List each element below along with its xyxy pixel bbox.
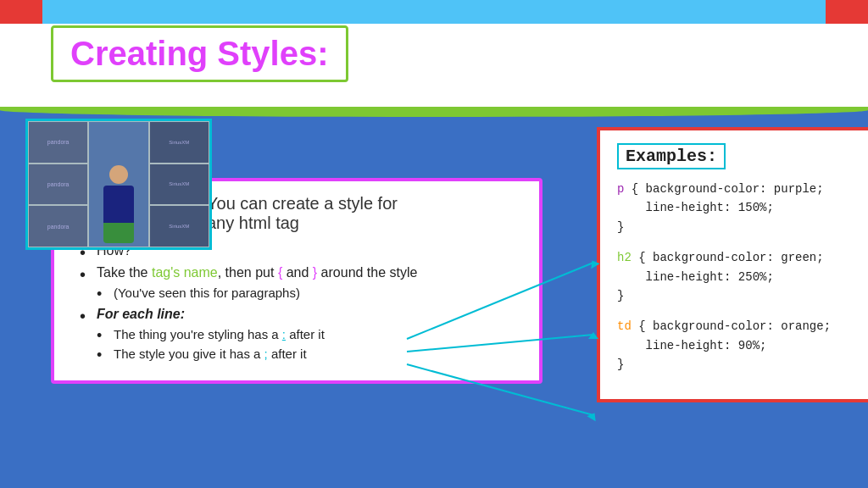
td-selector: td <box>617 319 632 333</box>
main-content-area: pandora SiriusXM pandora SiriusXM pand <box>0 110 868 488</box>
colon-highlight: : <box>282 327 286 341</box>
sub-item-semicolon: The style you give it has a ; after it <box>97 347 522 361</box>
h2-close-brace-text: } <box>617 289 624 302</box>
semicolon-highlight: ; <box>264 347 268 361</box>
colon-text: The thing you're styling has a : after i… <box>114 327 325 341</box>
img-cell-9: SiriusXM <box>149 205 209 247</box>
pandora-label-3: pandora <box>47 224 70 230</box>
bullet-foreach: For each line: The thing you're styling … <box>80 307 522 361</box>
img-cell-6: SiriusXM <box>149 164 209 206</box>
sirius-label-3: SiriusXM <box>169 224 189 229</box>
sub-list-2: The thing you're styling has a : after i… <box>97 327 522 361</box>
p-line-height: line-height: 150%; <box>617 198 851 217</box>
image-grid: pandora SiriusXM pandora SiriusXM pand <box>28 121 209 247</box>
td-open-brace: { background-color: orange; <box>638 319 831 333</box>
td-line-height-text: line-height: 90%; <box>617 339 766 352</box>
p-selector: p <box>617 182 624 196</box>
intro-line1: You can create a style for <box>207 194 398 213</box>
sub-item-colon: The thing you're styling has a : after i… <box>97 327 522 341</box>
examples-header: Examples: <box>617 143 726 169</box>
img-cell-1: pandora <box>28 121 88 164</box>
td-close-brace-text: } <box>617 358 624 371</box>
img-cell-3: SiriusXM <box>149 121 209 164</box>
svg-marker-5 <box>587 410 598 421</box>
intro-text: You can create a style for any html tag <box>207 194 522 233</box>
td-selector-line: td { background-color: orange; <box>617 317 851 336</box>
code-block-p: p { background-color: purple; line-heigh… <box>617 180 851 236</box>
deco-top-bar <box>0 0 868 24</box>
img-cell-center <box>88 121 148 247</box>
foreach-label: For each line: <box>97 307 185 321</box>
h2-selector-line: h2 { background-color: green; <box>617 248 851 267</box>
corner-tr-deco <box>826 0 868 24</box>
title-area: Creating Styles: <box>51 25 348 82</box>
bullet-list: How? Take the tag's name, then put { and… <box>71 243 522 361</box>
close-brace: } <box>313 265 317 280</box>
img-cell-7: pandora <box>28 205 88 247</box>
code-block-td: td { background-color: orange; line-heig… <box>617 317 851 374</box>
person-image-panel: pandora SiriusXM pandora SiriusXM pand <box>25 119 212 250</box>
h2-line-height: line-height: 250%; <box>617 268 851 286</box>
sub-list-1: (You've seen this for paragraphs) <box>97 286 522 300</box>
h2-close-brace: } <box>617 286 851 305</box>
code-block-h2: h2 { background-color: green; line-heigh… <box>617 248 851 305</box>
h2-open-brace: { background-color: green; <box>638 251 823 264</box>
td-line-height: line-height: 90%; <box>617 336 851 355</box>
sub-paragraphs-text: (You've seen this for paragraphs) <box>114 286 300 300</box>
sirius-label: SiriusXM <box>169 140 189 145</box>
open-brace: { <box>278 265 282 280</box>
pandora-label-2: pandora <box>47 181 70 187</box>
img-cell-4: pandora <box>28 164 88 206</box>
examples-box: Examples: p { background-color: purple; … <box>597 127 868 402</box>
intro-line2: any html tag <box>207 214 299 232</box>
bullet-tagname-text: Take the tag's name, then put { and } ar… <box>97 265 417 280</box>
p-selector-line: p { background-color: purple; <box>617 180 851 198</box>
h2-line-height-text: line-height: 250%; <box>617 270 774 284</box>
semicolon-text: The style you give it has a ; after it <box>114 347 307 361</box>
p-line-height-text: line-height: 150%; <box>617 201 774 214</box>
p-open-brace: { background-color: purple; <box>632 182 824 196</box>
slide-title: Creating Styles: <box>70 35 329 72</box>
pandora-label: pandora <box>47 139 70 145</box>
sirius-label-2: SiriusXM <box>169 181 189 186</box>
tag-name-highlight: tag's name <box>152 265 218 280</box>
sub-item-paragraphs: (You've seen this for paragraphs) <box>97 286 522 300</box>
corner-tl-deco <box>0 0 42 24</box>
p-close-brace-text: } <box>617 220 624 234</box>
p-close-brace: } <box>617 218 851 236</box>
h2-selector: h2 <box>617 251 632 264</box>
td-close-brace: } <box>617 355 851 374</box>
bullet-tagname: Take the tag's name, then put { and } ar… <box>80 265 522 300</box>
